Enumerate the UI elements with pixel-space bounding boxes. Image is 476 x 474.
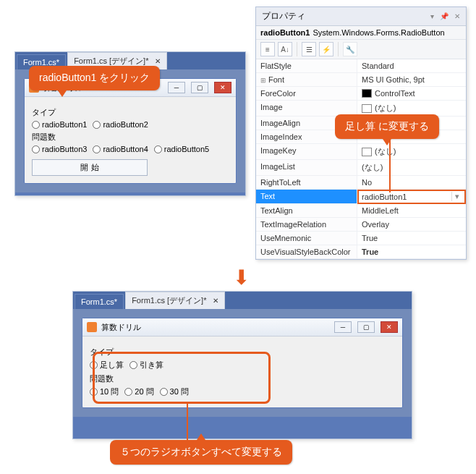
- property-name-righttoleft[interactable]: RightToLeft: [256, 176, 357, 190]
- property-value-text[interactable]: radioButton1▾: [357, 190, 466, 204]
- close-icon[interactable]: ✕: [155, 57, 161, 65]
- minimize-button[interactable]: ─: [334, 321, 352, 333]
- radio-button-3[interactable]: radioButton3: [32, 145, 87, 153]
- group-label-type: タイプ: [90, 347, 395, 357]
- property-name-textalign[interactable]: TextAlign: [256, 204, 357, 218]
- close-button[interactable]: ✕: [381, 321, 398, 333]
- radio-row-count: radioButton3 radioButton4 radioButton5: [32, 145, 229, 153]
- property-name-usemnemonic[interactable]: UseMnemonic: [256, 232, 357, 245]
- callout-text: ５つのラジオボタンすべて変更する: [120, 446, 282, 457]
- properties-object-selector[interactable]: radioButton1 System.Windows.Forms.RadioB…: [256, 26, 466, 40]
- property-value-textalign[interactable]: MiddleLeft: [357, 204, 466, 218]
- radio-row-type: 足し算 引き算: [90, 360, 395, 371]
- wrench-button[interactable]: 🔧: [343, 42, 357, 56]
- callout-change-text: 足し算 に変更する: [335, 114, 439, 139]
- radio-circle-icon: [154, 145, 162, 153]
- radio-label: radioButton5: [164, 145, 209, 153]
- chevron-down-icon[interactable]: ▾: [451, 192, 462, 201]
- form-title: 算数ドリル: [101, 322, 141, 333]
- property-value-text: MS UI Gothic, 9pt: [362, 75, 425, 84]
- form-icon: [87, 322, 97, 332]
- property-value-textimagerelation[interactable]: Overlay: [357, 218, 466, 232]
- property-value-text: Standard: [362, 62, 394, 70]
- alphabetical-button[interactable]: A↓: [278, 42, 292, 56]
- close-icon[interactable]: ✕: [213, 297, 218, 305]
- property-value-imagelist[interactable]: (なし): [357, 160, 466, 176]
- group-label-type: タイプ: [32, 107, 229, 118]
- radio-button-30[interactable]: 30 問: [160, 386, 189, 397]
- property-name-text[interactable]: Text: [256, 190, 357, 204]
- radio-button-5[interactable]: radioButton5: [154, 145, 209, 153]
- events-button[interactable]: ⚡: [319, 42, 333, 56]
- minimize-button[interactable]: ─: [168, 82, 185, 93]
- close-button[interactable]: ✕: [214, 82, 231, 93]
- radio-label: 引き算: [140, 360, 163, 371]
- radio-button-10[interactable]: 10 問: [90, 386, 119, 397]
- dropdown-icon[interactable]: ▾: [430, 12, 434, 20]
- property-value-usevisualstylebackcolor[interactable]: True: [357, 245, 466, 259]
- properties-title: プロパティ: [262, 10, 305, 22]
- empty-swatch-icon: [362, 148, 372, 156]
- selected-object-type: System.Windows.Forms.RadioButton: [313, 28, 444, 37]
- property-value-text: (なし): [375, 103, 396, 114]
- empty-swatch-icon: [362, 104, 372, 113]
- callout-text: 足し算 に変更する: [345, 120, 429, 132]
- properties-grid[interactable]: FlatStyleStandardFontMS UI Gothic, 9ptFo…: [256, 59, 466, 259]
- close-icon[interactable]: ✕: [454, 12, 460, 20]
- property-name-flatstyle[interactable]: FlatStyle: [256, 59, 357, 73]
- property-value-usemnemonic[interactable]: True: [357, 232, 466, 245]
- radio-button-1[interactable]: radioButton1: [32, 120, 87, 129]
- color-swatch-icon: [362, 89, 372, 98]
- radio-circle-icon: [129, 361, 137, 369]
- properties-titlebar[interactable]: プロパティ ▾ 📌 ✕: [256, 7, 466, 26]
- property-value-imagekey[interactable]: (なし): [357, 144, 466, 160]
- radio-button-2[interactable]: radioButton2: [93, 120, 148, 129]
- property-value-font[interactable]: MS UI Gothic, 9pt: [357, 73, 466, 87]
- group-label-count: 問題数: [32, 132, 229, 143]
- property-value-text: True: [362, 234, 378, 242]
- radio-button-addition[interactable]: 足し算: [90, 360, 124, 371]
- property-value-forecolor[interactable]: ControlText: [357, 87, 466, 101]
- leader-line: [389, 137, 391, 192]
- form-window[interactable]: 算数ドリル ─ ▢ ✕ タイプ 足し算 引き算 問題数 10 問 20 問 30…: [82, 318, 403, 408]
- window-controls: ▾ 📌 ✕: [430, 12, 460, 20]
- categorized-button[interactable]: ≡: [260, 42, 275, 56]
- radio-label: 足し算: [100, 360, 124, 371]
- leader-line: [187, 404, 188, 440]
- start-button[interactable]: 開 始: [32, 159, 148, 176]
- radio-button-4[interactable]: radioButton4: [93, 145, 148, 153]
- property-value-flatstyle[interactable]: Standard: [357, 59, 466, 73]
- property-name-usevisualstylebackcolor[interactable]: UseVisualStyleBackColor: [256, 245, 357, 259]
- radio-circle-icon: [90, 361, 98, 369]
- form-window[interactable]: 算数ドリル ─ ▢ ✕ タイプ radioButton1 radioButton…: [24, 78, 237, 184]
- property-value-text: True: [362, 247, 378, 256]
- designer-surface[interactable]: 算数ドリル ─ ▢ ✕ タイプ 足し算 引き算 問題数 10 問 20 問 30…: [73, 309, 412, 417]
- properties-button[interactable]: ☰: [302, 42, 316, 56]
- radio-button-20[interactable]: 20 問: [124, 386, 153, 397]
- form-titlebar[interactable]: 算数ドリル ─ ▢ ✕: [82, 318, 402, 337]
- tab-design[interactable]: Form1.cs [デザイン]* ✕: [125, 292, 225, 309]
- property-name-font[interactable]: Font: [256, 73, 357, 87]
- maximize-button[interactable]: ▢: [191, 82, 208, 93]
- radio-circle-icon: [124, 388, 132, 396]
- property-value-text: No: [362, 178, 372, 187]
- callout-change-all: ５つのラジオボタンすべて変更する: [110, 440, 292, 465]
- form-client: タイプ 足し算 引き算 問題数 10 問 20 問 30 問: [82, 337, 402, 407]
- property-name-forecolor[interactable]: ForeColor: [256, 87, 357, 101]
- radio-label: radioButton2: [103, 120, 148, 129]
- radio-circle-icon: [90, 388, 98, 396]
- radio-label: 10 問: [100, 386, 119, 397]
- pin-icon[interactable]: 📌: [440, 12, 449, 20]
- property-value-righttoleft[interactable]: No: [357, 176, 466, 190]
- radio-circle-icon: [93, 145, 101, 153]
- property-name-imagelist[interactable]: ImageList: [256, 160, 357, 176]
- radio-button-subtraction[interactable]: 引き算: [129, 360, 163, 371]
- property-name-textimagerelation[interactable]: TextImageRelation: [256, 218, 357, 232]
- form-client: タイプ radioButton1 radioButton2 問題数 radioB…: [25, 97, 236, 183]
- radio-circle-icon: [160, 388, 168, 396]
- property-name-imagekey[interactable]: ImageKey: [256, 144, 357, 160]
- tab-code[interactable]: Form1.cs*: [75, 294, 124, 309]
- tab-label: Form1.cs [デザイン]*: [74, 56, 148, 65]
- selected-object-name: radioButton1: [260, 28, 310, 37]
- maximize-button[interactable]: ▢: [357, 321, 375, 333]
